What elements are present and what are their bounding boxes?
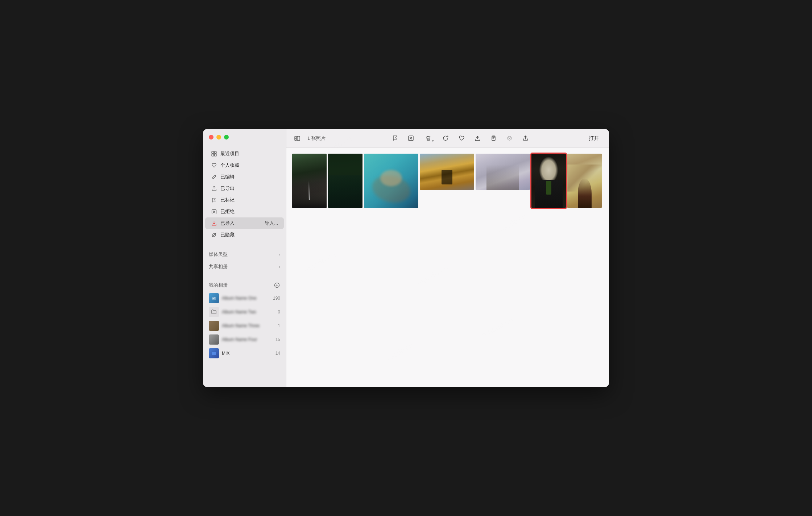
album-thumb-1 [209,293,219,303]
album-item-1[interactable]: Album Name One 190 [203,291,286,305]
album-thumb-2 [209,307,219,317]
photo-item-4[interactable] [420,154,474,190]
album-thumb-mix [209,348,219,358]
hidden-icon [211,232,217,238]
photo-item-2[interactable] [328,154,362,208]
sidebar-item-hidden[interactable]: 已隐藏 [205,229,284,241]
album-item-2[interactable]: Album Name Two 0 [203,305,286,319]
svg-rect-0 [212,151,214,154]
album-thumb-3 [209,321,219,331]
sidebar-item-edited[interactable]: 已编辑 [205,171,284,183]
svg-rect-8 [212,352,216,355]
share-import-button[interactable] [472,133,482,143]
toolbar-right: 打开 [584,133,603,143]
import-action-button[interactable]: 导入... [265,220,278,226]
sidebar-label-favorites: 个人收藏 [220,162,278,168]
edit-button[interactable] [504,133,514,143]
toolbar-center [338,133,582,143]
add-album-button[interactable] [274,282,280,288]
svg-rect-3 [214,154,216,156]
sidebar-item-favorites[interactable]: 个人收藏 [205,159,284,171]
flag-icon [211,197,217,203]
main-content: macdo.cn macdo.cn macdo.cn macdo.cn macd… [286,129,609,387]
sidebar-label-rejected: 已拒绝 [220,208,278,215]
sidebar-label-recent: 最近项目 [220,150,278,157]
minimize-button[interactable] [216,135,221,140]
my-albums-label: 我的相册 [209,282,274,288]
rotate-button[interactable] [440,133,451,143]
reject-button[interactable] [406,133,416,143]
photo-item-1[interactable] [292,154,327,208]
reject-icon [211,209,217,215]
sidebar-item-exported[interactable]: 已导出 [205,183,284,194]
album-name-1: Album Name One [222,296,270,301]
album-count-3: 1 [278,323,280,328]
album-name-4: Album Name Four [222,337,273,342]
shared-albums-label: 共享相册 [209,263,279,270]
sidebar-label-imported: 已导入 [220,220,261,226]
photo-item-6[interactable] [531,154,566,208]
sidebar-item-flagged[interactable]: 已标记 [205,194,284,206]
sidebar-label-edited: 已编辑 [220,174,278,180]
album-name-2: Album Name Two [222,309,275,315]
import-icon [211,220,217,226]
flag-button[interactable] [390,133,400,143]
album-name-3: Album Name Three [222,323,275,328]
sidebar-scroll: 最近项目 个人收藏 [203,146,286,387]
toolbar: 1 张照片 [286,129,609,148]
delete-button[interactable] [422,133,435,143]
sidebar-label-exported: 已导出 [220,185,278,192]
album-count-mix: 14 [276,351,280,356]
sidebar-section-shared-albums[interactable]: 共享相册 › [203,261,286,273]
export-icon [211,186,217,191]
sidebar: 最近项目 个人收藏 [203,129,286,387]
toolbar-left: 1 张照片 [292,133,336,143]
album-thumb-4 [209,334,219,345]
my-albums-header: 我的相册 [203,279,286,291]
open-button[interactable]: 打开 [584,133,603,143]
album-item-3[interactable]: Album Name Three 1 [203,319,286,333]
grid-icon [211,151,217,157]
svg-rect-10 [297,136,300,141]
close-button[interactable] [209,135,214,140]
album-item-4[interactable]: Album Name Four 15 [203,333,286,346]
media-type-label: 媒体类型 [209,251,279,258]
sidebar-item-recent[interactable]: 最近项目 [205,148,284,159]
sidebar-item-imported[interactable]: 已导入 导入... [205,217,284,229]
photo-item-5[interactable] [476,154,530,190]
app-window: 最近项目 个人收藏 [203,129,609,387]
svg-rect-12 [492,136,495,141]
album-count-2: 0 [278,309,280,315]
media-type-arrow: › [279,252,280,257]
traffic-lights [209,135,229,140]
sidebar-nav: 最近项目 个人收藏 [203,146,286,242]
maximize-button[interactable] [224,135,229,140]
sidebar-label-flagged: 已标记 [220,197,278,203]
sidebar-divider-2 [209,276,280,276]
photo-count: 1 张照片 [307,135,326,142]
sidebar-item-rejected[interactable]: 已拒绝 [205,206,284,217]
pencil-icon [211,174,217,180]
photo-grid [286,148,609,387]
svg-rect-2 [212,154,214,156]
album-item-5[interactable]: MIX 14 [203,346,286,360]
shared-albums-arrow: › [279,265,280,269]
share-button[interactable] [520,133,530,143]
photo-item-7[interactable] [567,154,602,208]
heart-icon [211,162,217,168]
clipboard-button[interactable] [488,133,498,143]
album-name-mix: MIX [222,351,273,356]
album-count-4: 15 [276,337,280,342]
favorite-button[interactable] [456,133,467,143]
sidebar-section-media-type[interactable]: 媒体类型 › [203,248,286,261]
svg-rect-1 [214,151,216,154]
album-count-1: 190 [273,296,280,301]
photo-item-3[interactable] [364,154,418,208]
sidebar-divider-1 [209,245,280,245]
collapse-sidebar-button[interactable] [292,133,302,143]
sidebar-label-hidden: 已隐藏 [220,232,278,238]
